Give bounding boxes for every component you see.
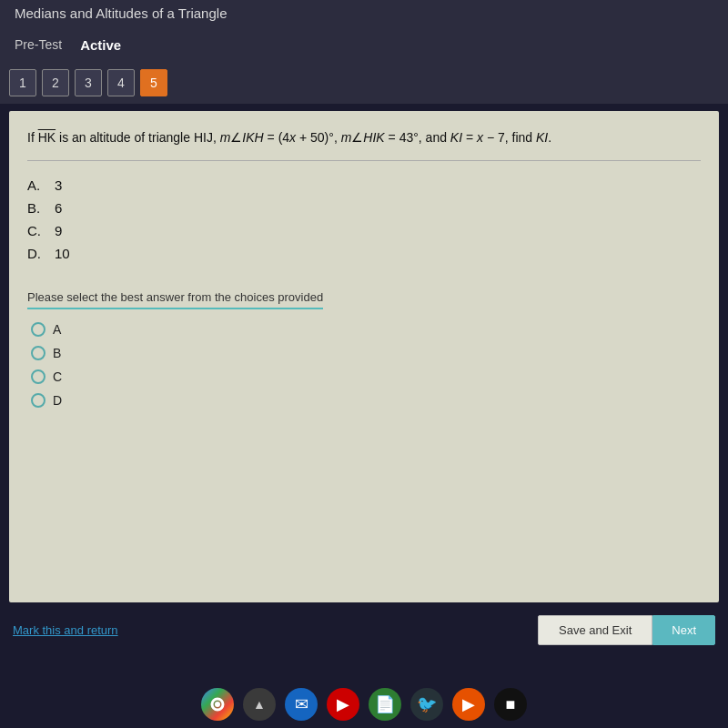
radio-d[interactable]: D: [31, 393, 701, 408]
choice-d-letter: D.: [27, 246, 46, 261]
question-middle: is an altitude of triangle HIJ,: [56, 130, 220, 145]
twitter-icon[interactable]: 🐦: [410, 688, 443, 721]
top-bar: Pre-Test Active: [0, 25, 728, 64]
main-content: If HK is an altitude of triangle HIJ, m∠…: [9, 111, 719, 602]
tab-5[interactable]: 5: [140, 69, 167, 96]
taskbar: ▲ ✉ ▶ 📄 🐦 ▶ ■: [0, 681, 728, 728]
radio-circle-d: [31, 393, 46, 408]
store-icon[interactable]: ▲: [243, 688, 276, 721]
radio-a[interactable]: A: [31, 322, 701, 337]
tab-1[interactable]: 1: [9, 69, 36, 96]
question-prefix: If: [27, 130, 38, 145]
mark-return-link[interactable]: Mark this and return: [13, 623, 118, 637]
radio-b-label: B: [53, 346, 61, 360]
choice-a-value: 3: [55, 177, 62, 193]
radio-d-label: D: [53, 393, 62, 408]
radio-circle-b: [31, 346, 46, 360]
choice-a: A. 3: [27, 177, 701, 193]
save-exit-button[interactable]: Save and Exit: [538, 615, 652, 645]
next-button[interactable]: Next: [652, 615, 715, 645]
answer-choices: A. 3 B. 6 C. 9 D. 10: [27, 177, 701, 261]
question-text: If HK is an altitude of triangle HIJ, m∠…: [27, 127, 701, 161]
choice-d-value: 10: [55, 246, 70, 261]
and-kl: and KI = x − 7, find KI.: [426, 130, 552, 145]
svg-point-1: [215, 702, 220, 707]
segment-label: HK: [38, 130, 56, 145]
chrome-icon[interactable]: [201, 688, 234, 721]
pre-test-label: Pre-Test: [15, 37, 62, 52]
tab-2[interactable]: 2: [42, 69, 69, 96]
choice-b: B. 6: [27, 200, 701, 216]
status-badge: Active: [80, 37, 121, 53]
instruction-text: Please select the best answer from the c…: [27, 290, 323, 309]
play-icon[interactable]: ▶: [452, 688, 485, 721]
question-tabs: 1 2 3 4 5: [0, 64, 728, 104]
youtube-icon[interactable]: ▶: [327, 688, 359, 721]
choice-b-letter: B.: [27, 200, 46, 216]
radio-circle-c: [31, 369, 46, 384]
tab-4[interactable]: 4: [107, 69, 135, 96]
tab-3[interactable]: 3: [75, 69, 102, 96]
angle-ikh: m∠IKH = (4x + 50)°,: [220, 130, 341, 145]
angle-hik: m∠HIK = 43°,: [341, 130, 426, 145]
dark-icon[interactable]: ■: [494, 688, 527, 721]
radio-options: A B C D: [31, 322, 701, 408]
choice-c: C. 9: [27, 223, 701, 238]
choice-d: D. 10: [27, 246, 701, 261]
page-title: Medians and Altitudes of a Triangle: [0, 0, 728, 25]
choice-b-value: 6: [55, 200, 62, 216]
radio-c[interactable]: C: [31, 369, 701, 384]
choice-c-letter: C.: [27, 223, 46, 238]
radio-a-label: A: [53, 322, 61, 337]
choice-a-letter: A.: [27, 177, 46, 193]
radio-b[interactable]: B: [31, 346, 701, 360]
mail-icon[interactable]: ✉: [285, 688, 318, 721]
choice-c-value: 9: [55, 223, 62, 238]
bottom-bar: Mark this and return Save and Exit Next: [9, 610, 719, 651]
radio-circle-a: [31, 322, 46, 337]
files-icon[interactable]: 📄: [369, 688, 401, 721]
radio-c-label: C: [53, 369, 62, 384]
bottom-buttons: Save and Exit Next: [538, 615, 715, 645]
